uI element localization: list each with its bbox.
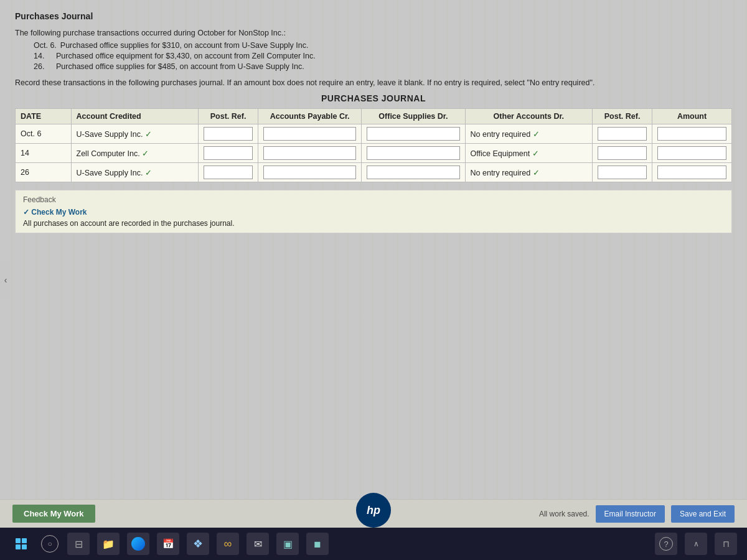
mail-icon[interactable]: ✉ <box>247 533 269 555</box>
email-instructor-button[interactable]: Email Instructor <box>596 505 665 523</box>
wifi-icon[interactable]: ⊓ <box>715 533 737 555</box>
hp-logo: hp <box>356 493 391 528</box>
row3-amount <box>652 163 732 182</box>
list-item: 26. Purchased office supplies for $485, … <box>34 62 732 71</box>
row1-post-ref2-input[interactable] <box>598 127 647 141</box>
row2-office-supplies <box>362 144 465 163</box>
row3-other-check: ✓ <box>533 168 540 177</box>
table-row: 14 Zell Computer Inc. ✓ Of <box>16 144 732 163</box>
search-taskbar-icon[interactable]: ○ <box>40 534 60 554</box>
calendar-icon[interactable]: 📅 <box>157 533 179 555</box>
journal-table: DATE Account Credited Post. Ref. Account… <box>15 108 732 182</box>
row3-accounts-payable <box>258 163 362 182</box>
infinity-icon[interactable]: ∞ <box>217 533 239 555</box>
transactions-list: Oct. 6. Purchased office supplies for $3… <box>34 41 732 71</box>
row3-amount-input[interactable] <box>657 166 726 179</box>
col-header-amount: Amount <box>652 109 732 124</box>
up-arrow-icon[interactable]: ∧ <box>685 533 707 555</box>
row3-account-check: ✓ <box>145 168 152 177</box>
row1-office-supplies <box>362 124 465 144</box>
row3-other-accounts: No entry required ✓ <box>465 163 593 182</box>
table-row: 26 U-Save Supply Inc. ✓ No <box>16 163 732 182</box>
row1-post-ref2 <box>593 124 652 144</box>
task-view-icon[interactable]: ⊟ <box>67 533 90 555</box>
check-my-work-button[interactable]: Check My Work <box>12 505 95 523</box>
start-button[interactable] <box>10 533 32 555</box>
left-arrow[interactable]: ‹ <box>0 261 11 299</box>
row2-date: 14 <box>16 144 72 163</box>
row1-post-ref <box>199 124 258 144</box>
journal-title: PURCHASES JOURNAL <box>15 93 732 103</box>
col-header-post-ref2: Post. Ref. <box>593 109 652 124</box>
row1-accounts-payable <box>258 124 362 144</box>
row2-office-supplies-input[interactable] <box>367 146 459 160</box>
transaction-desc-2: Purchased office equipment for $3,430, o… <box>56 52 316 60</box>
row1-office-supplies-input[interactable] <box>367 127 459 141</box>
app-icon-2[interactable]: ▣ <box>276 533 299 555</box>
row1-date: Oct. 6 <box>16 124 72 144</box>
page-title: Purchases Journal <box>15 11 732 21</box>
record-instruction: Record these transactions in the followi… <box>15 78 732 87</box>
transaction-date-2: 14. <box>34 52 52 60</box>
row3-post-ref2-input[interactable] <box>598 166 647 179</box>
feedback-title: Feedback <box>23 195 724 204</box>
row3-office-supplies-input[interactable] <box>367 166 459 179</box>
transaction-desc-3: Purchased office supplies for $485, on a… <box>56 62 304 71</box>
app-icon-3[interactable]: ◼ <box>306 533 329 555</box>
row2-post-ref-input[interactable] <box>204 146 253 160</box>
col-header-account-credited: Account Credited <box>71 109 199 124</box>
row2-account-check: ✓ <box>142 149 149 158</box>
bottom-right: All work saved. Email Instructor Save an… <box>539 505 735 523</box>
edge-browser-icon[interactable] <box>127 533 149 555</box>
row2-accounts-payable <box>258 144 362 163</box>
row2-post-ref2 <box>593 144 652 163</box>
row3-post-ref <box>199 163 258 182</box>
row1-other-accounts: No entry required ✓ <box>465 124 593 144</box>
col-header-office-supplies: Office Supplies Dr. <box>362 109 465 124</box>
row1-amount <box>652 124 732 144</box>
col-header-post-ref: Post. Ref. <box>199 109 258 124</box>
transaction-date-3: 26. <box>34 62 52 71</box>
row3-date: 26 <box>16 163 72 182</box>
all-work-saved: All work saved. <box>539 510 590 518</box>
feedback-text: All purchases on account are recorded in… <box>23 219 724 228</box>
col-header-date: DATE <box>16 109 72 124</box>
row2-account-credited: Zell Computer Inc. ✓ <box>71 144 199 163</box>
row2-accounts-payable-input[interactable] <box>263 146 356 160</box>
feedback-section: Feedback ✓ Check My Work All purchases o… <box>15 190 732 233</box>
windows-logo-icon <box>16 538 27 549</box>
taskbar: ○ ⊟ 📁 📅 ❖ ∞ ✉ ▣ ◼ ? <box>0 528 747 560</box>
col-header-other-accounts: Other Accounts Dr. <box>465 109 593 124</box>
app-icon-1[interactable]: ❖ <box>187 533 209 555</box>
check-my-work-inline-label: ✓ Check My Work <box>23 208 724 217</box>
row2-other-accounts: Office Equipment ✓ <box>465 144 593 163</box>
row3-account-credited: U-Save Supply Inc. ✓ <box>71 163 199 182</box>
row1-accounts-payable-input[interactable] <box>263 127 356 141</box>
transaction-date-1: Oct. 6. <box>34 41 57 50</box>
file-explorer-icon[interactable]: 📁 <box>97 533 120 555</box>
row1-other-check: ✓ <box>533 129 540 139</box>
row1-amount-input[interactable] <box>657 127 726 141</box>
row1-post-ref-input[interactable] <box>204 127 253 141</box>
row3-post-ref2 <box>593 163 652 182</box>
row2-post-ref2-input[interactable] <box>598 146 647 160</box>
hp-logo-text: hp <box>367 504 380 517</box>
save-exit-button[interactable]: Save and Exit <box>671 505 735 523</box>
help-icon[interactable]: ? <box>655 533 677 555</box>
row2-amount-input[interactable] <box>657 146 726 160</box>
col-header-accounts-payable: Accounts Payable Cr. <box>258 109 362 124</box>
row1-account-credited: U-Save Supply Inc. ✓ <box>71 124 199 144</box>
row3-office-supplies <box>362 163 465 182</box>
list-item: Oct. 6. Purchased office supplies for $3… <box>34 41 732 50</box>
row1-account-check: ✓ <box>145 129 152 139</box>
row2-other-check: ✓ <box>532 149 539 158</box>
row2-amount <box>652 144 732 163</box>
row2-post-ref <box>199 144 258 163</box>
main-content: Purchases Journal The following purchase… <box>0 0 747 499</box>
row3-accounts-payable-input[interactable] <box>263 166 356 179</box>
list-item: 14. Purchased office equipment for $3,43… <box>34 52 732 60</box>
table-row: Oct. 6 U-Save Supply Inc. ✓ <box>16 124 732 144</box>
transaction-desc-1: Purchased office supplies for $310, on a… <box>60 41 309 50</box>
intro-description: The following purchase transactions occu… <box>15 29 732 37</box>
row3-post-ref-input[interactable] <box>204 166 253 179</box>
